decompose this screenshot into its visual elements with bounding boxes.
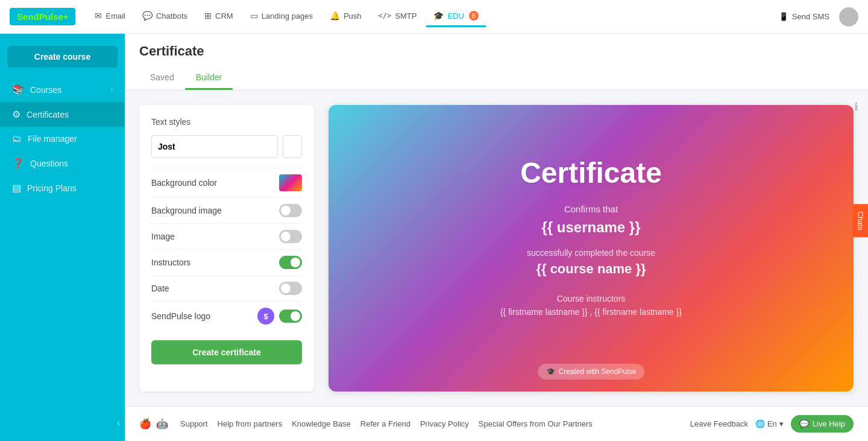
certificate-instructors-label: Course instructors xyxy=(353,294,829,303)
chevron-down-icon: ▾ xyxy=(779,419,784,428)
main-layout: Create course 📚 Courses › ⚙ Certificates… xyxy=(0,34,868,441)
footer-privacy-policy[interactable]: Privacy Policy xyxy=(420,419,469,428)
pricing-icon: ▤ xyxy=(12,182,21,194)
nav-chatbots[interactable]: 💬 Chatbots xyxy=(135,6,195,27)
tab-builder[interactable]: Builder xyxy=(185,66,233,90)
background-color-picker[interactable] xyxy=(279,174,302,191)
email-icon: ✉ xyxy=(95,11,102,21)
background-image-label: Background image xyxy=(151,206,222,215)
font-input[interactable] xyxy=(151,135,278,158)
footer-refer-friend[interactable]: Refer a Friend xyxy=(360,419,410,428)
live-help-button[interactable]: 💬 Live Help xyxy=(791,415,854,433)
content-area: Certificate Saved Builder ℹ Text styles … xyxy=(125,34,868,441)
image-row: Image xyxy=(151,223,302,249)
footer-special-offers[interactable]: Special Offers from Our Partners xyxy=(479,419,593,428)
background-color-row: Background color xyxy=(151,168,302,197)
footer-help-partners[interactable]: Help from partners xyxy=(218,419,283,428)
sendpulse-footer-icon: 🎓 xyxy=(546,367,555,376)
apple-icon[interactable]: 🍎 xyxy=(139,418,151,430)
sidebar-item-pricing-plans[interactable]: ▤ Pricing Plans xyxy=(0,176,125,200)
footer: 🍎 🤖 Support Help from partners Knowledge… xyxy=(125,406,868,441)
footer-icons: 🍎 🤖 xyxy=(139,418,168,430)
android-icon[interactable]: 🤖 xyxy=(156,418,168,430)
chat-icon: 💬 xyxy=(799,419,809,428)
crm-icon: ⊞ xyxy=(204,11,212,21)
certificates-icon: ⚙ xyxy=(12,109,20,120)
globe-icon: 🌐 xyxy=(755,419,765,428)
certificate-course: {{ course name }} xyxy=(353,261,829,277)
background-image-row: Background image xyxy=(151,197,302,223)
sendpulse-logo-icon: $ xyxy=(257,308,274,325)
tab-bar: Saved Builder xyxy=(139,66,854,90)
chevron-left-icon: ‹ xyxy=(117,418,120,428)
builder-area: Text styles Background color Background … xyxy=(125,90,868,406)
edu-badge: B xyxy=(469,11,479,21)
push-icon: 🔔 xyxy=(330,11,340,21)
create-certificate-button[interactable]: Create certificate xyxy=(151,340,302,364)
sendpulse-logo-label: SendPulse logo xyxy=(151,311,210,321)
language-selector[interactable]: 🌐 En ▾ xyxy=(755,419,784,428)
nav-crm[interactable]: ⊞ CRM xyxy=(197,6,241,27)
create-course-button[interactable]: Create course xyxy=(7,46,118,68)
certificate-footer: 🎓 Created with SendPulse xyxy=(538,364,645,379)
questions-icon: ❓ xyxy=(12,157,24,169)
nav-edu[interactable]: 🎓 EDU B xyxy=(426,6,485,27)
certificate-completed: successfully completed the course xyxy=(353,248,829,258)
smtp-icon: </> xyxy=(379,11,392,20)
instructors-row: Instructors xyxy=(151,249,302,275)
chatbots-icon: 💬 xyxy=(142,11,153,21)
instructors-label: Instructors xyxy=(151,258,190,267)
certificate-confirms: Confirms that xyxy=(353,204,829,214)
content-header: Certificate Saved Builder xyxy=(125,34,868,90)
mobile-icon: 📱 xyxy=(779,12,788,21)
send-sms-button[interactable]: 📱 Send SMS xyxy=(779,12,829,21)
font-row xyxy=(151,135,302,158)
sendpulse-logo-row: SendPulse logo $ xyxy=(151,301,302,331)
certificate-content: Certificate Confirms that {{ username }}… xyxy=(329,132,854,365)
nav-landing[interactable]: ▭ Landing pages xyxy=(243,6,320,27)
file-manager-icon: 🗂 xyxy=(12,133,22,144)
footer-links: Support Help from partners Knowledge Bas… xyxy=(180,419,678,428)
date-toggle[interactable] xyxy=(279,282,302,295)
page-title: Certificate xyxy=(139,43,854,59)
sidebar: Create course 📚 Courses › ⚙ Certificates… xyxy=(0,34,125,441)
sidebar-item-questions[interactable]: ❓ Questions xyxy=(0,151,125,176)
background-image-toggle[interactable] xyxy=(279,204,302,217)
instructors-toggle[interactable] xyxy=(279,256,302,269)
sidebar-item-file-manager[interactable]: 🗂 File manager xyxy=(0,127,125,151)
courses-icon: 📚 xyxy=(12,84,24,95)
nav-push[interactable]: 🔔 Push xyxy=(322,6,369,27)
image-label: Image xyxy=(151,232,175,241)
font-color-picker[interactable] xyxy=(283,135,302,158)
sidebar-item-certificates[interactable]: ⚙ Certificates xyxy=(0,102,125,127)
sendpulse-logo-toggle[interactable] xyxy=(279,309,302,323)
info-icon[interactable]: ℹ xyxy=(854,100,858,113)
footer-support[interactable]: Support xyxy=(180,419,208,428)
brand-logo[interactable]: SendPulse+ xyxy=(10,8,75,25)
certificate-title: Certificate xyxy=(353,156,829,189)
certificate-preview: Certificate Confirms that {{ username }}… xyxy=(329,105,854,392)
chevron-right-icon: › xyxy=(111,86,113,93)
background-color-label: Background color xyxy=(151,178,217,188)
avatar[interactable] xyxy=(839,7,858,27)
image-toggle[interactable] xyxy=(279,230,302,243)
tab-saved[interactable]: Saved xyxy=(139,66,185,90)
date-row: Date xyxy=(151,275,302,301)
controls-panel: Text styles Background color Background … xyxy=(139,105,314,392)
sidebar-item-courses[interactable]: 📚 Courses › xyxy=(0,77,125,102)
footer-knowledge-base[interactable]: Knowledge Base xyxy=(292,419,351,428)
chats-side-tab[interactable]: Chats xyxy=(852,204,868,237)
landing-icon: ▭ xyxy=(250,11,258,21)
edu-icon: 🎓 xyxy=(433,11,444,21)
certificate-instructors: {{ firstname lastname }} , {{ firstname … xyxy=(353,307,829,317)
sidebar-collapse-button[interactable]: ‹ xyxy=(0,412,125,434)
nav-email[interactable]: ✉ Email xyxy=(87,6,133,27)
leave-feedback-link[interactable]: Leave Feedback xyxy=(690,419,748,428)
certificate-footer-badge: 🎓 Created with SendPulse xyxy=(538,364,645,379)
footer-right: Leave Feedback 🌐 En ▾ 💬 Live Help xyxy=(690,415,854,433)
controls-section-title: Text styles xyxy=(151,117,302,127)
nav-smtp[interactable]: </> SMTP xyxy=(371,7,424,27)
certificate-username: {{ username }} xyxy=(353,219,829,236)
date-label: Date xyxy=(151,284,169,293)
top-navigation: SendPulse+ ✉ Email 💬 Chatbots ⊞ CRM ▭ La… xyxy=(0,0,868,34)
